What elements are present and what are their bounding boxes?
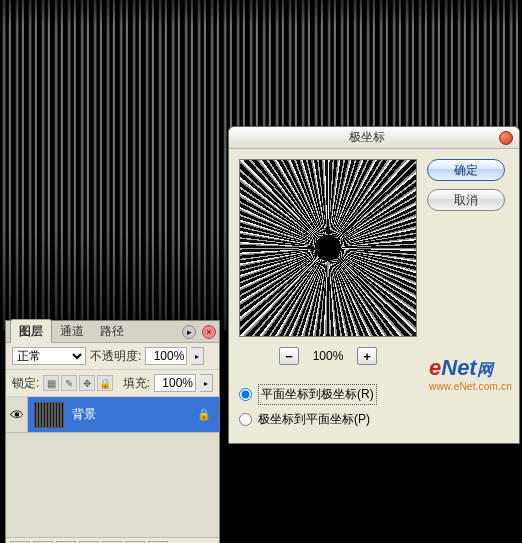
layer-thumbnail[interactable] (34, 402, 64, 428)
lock-position-icon[interactable]: ✥ (79, 375, 95, 391)
label-rect-to-polar: 平面坐标到极坐标(R) (258, 384, 377, 405)
lock-label: 锁定: (12, 375, 39, 392)
zoom-in-button[interactable]: + (357, 347, 377, 365)
preview-image[interactable] (240, 159, 416, 337)
dialog-close-icon[interactable] (499, 131, 513, 145)
preview-frame (239, 159, 417, 337)
layers-panel: 图层 通道 路径 ▸ × 正常 不透明度: ▸ 锁定: ▦ ✎ ✥ 🔒 填充: … (5, 320, 220, 543)
panel-menu-icon[interactable]: ▸ (182, 325, 196, 339)
zoom-out-button[interactable]: − (279, 347, 299, 365)
lock-all-icon[interactable]: 🔒 (97, 375, 113, 391)
layer-lock-icon: 🔒 (197, 408, 211, 421)
option-polar-to-rect[interactable]: 极坐标到平面坐标(P) (239, 408, 509, 431)
polar-coordinates-dialog: 极坐标 − 100% + 确定 取消 平面坐标到极坐标(R) 极坐标到平面坐标(… (228, 126, 520, 444)
layer-name-label: 背景 (72, 406, 96, 423)
panel-close-icon[interactable]: × (202, 325, 216, 339)
lock-pixels-icon[interactable]: ✎ (61, 375, 77, 391)
fill-label: 填充: (123, 375, 150, 392)
visibility-eye-icon[interactable]: 👁 (6, 397, 28, 432)
tab-channels[interactable]: 通道 (52, 320, 92, 342)
radio-rect-to-polar[interactable] (239, 388, 252, 401)
blend-mode-select[interactable]: 正常 (12, 347, 86, 365)
layer-list: 👁 背景 🔒 (6, 397, 219, 537)
layer-row-background[interactable]: 👁 背景 🔒 (6, 397, 219, 433)
tab-layers[interactable]: 图层 (10, 319, 52, 343)
fill-dropdown-icon[interactable]: ▸ (200, 374, 213, 392)
cancel-button[interactable]: 取消 (427, 189, 505, 211)
conversion-options: 平面坐标到极坐标(R) 极坐标到平面坐标(P) (239, 381, 509, 431)
opacity-label: 不透明度: (90, 348, 141, 365)
opacity-field[interactable] (145, 347, 187, 365)
blend-opacity-row: 正常 不透明度: ▸ (6, 343, 219, 370)
lock-fill-row: 锁定: ▦ ✎ ✥ 🔒 填充: ▸ (6, 370, 219, 397)
radio-polar-to-rect[interactable] (239, 413, 252, 426)
tab-paths[interactable]: 路径 (92, 320, 132, 342)
layers-panel-footer: ⛓ ƒx ◐ ◑ 🗀 🗋 🗑 (6, 537, 219, 543)
dialog-titlebar[interactable]: 极坐标 (229, 127, 519, 149)
lock-transparent-icon[interactable]: ▦ (43, 375, 59, 391)
opacity-dropdown-icon[interactable]: ▸ (191, 347, 204, 365)
zoom-level-label: 100% (307, 349, 349, 363)
fill-field[interactable] (154, 374, 196, 392)
panel-tabs: 图层 通道 路径 ▸ × (6, 321, 219, 343)
ok-button[interactable]: 确定 (427, 159, 505, 181)
label-polar-to-rect: 极坐标到平面坐标(P) (258, 411, 370, 428)
option-rect-to-polar[interactable]: 平面坐标到极坐标(R) (239, 381, 509, 408)
dialog-title-text: 极坐标 (235, 129, 499, 146)
